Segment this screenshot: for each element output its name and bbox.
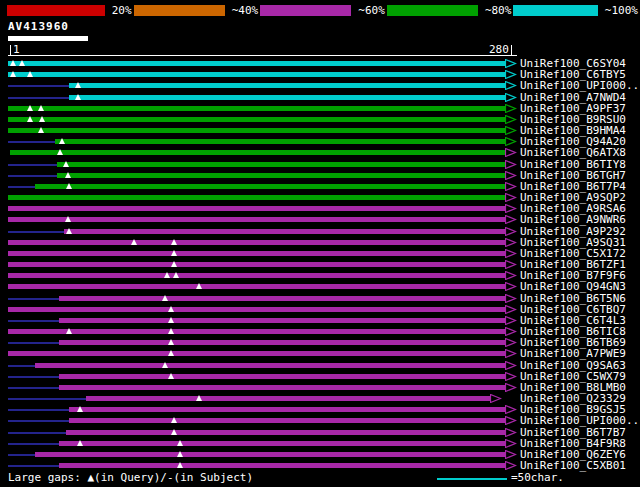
hit-arrow-icon xyxy=(505,137,517,146)
hit-label[interactable]: UniRef100_Q94GN3 xyxy=(520,282,626,292)
scale-line xyxy=(8,55,517,56)
gap-triangle-icon xyxy=(38,127,44,133)
gap-triangle-icon xyxy=(10,60,16,66)
hit-bar[interactable] xyxy=(55,139,505,144)
hit-bar[interactable] xyxy=(8,262,505,267)
legend-segment: ~60% xyxy=(260,5,387,16)
hit-context-line xyxy=(8,420,69,422)
legend-color-bar xyxy=(260,5,351,16)
legend-color-bar xyxy=(134,5,225,16)
hit-bar[interactable] xyxy=(69,95,504,100)
gap-triangle-icon xyxy=(168,328,174,334)
hit-bar[interactable] xyxy=(59,374,505,379)
hit-context-line xyxy=(8,454,35,456)
query-name: AV413960 xyxy=(8,20,69,33)
hit-bar[interactable] xyxy=(8,206,505,211)
legend-segment: ~40% xyxy=(134,5,261,16)
gap-triangle-icon xyxy=(10,71,16,77)
hit-label[interactable]: UniRef100_UPI000.. xyxy=(520,416,639,426)
hit-bar[interactable] xyxy=(8,128,505,133)
hit-label[interactable]: UniRef100_A7PWE9 xyxy=(520,349,626,359)
hit-bar[interactable] xyxy=(8,240,505,245)
hit-arrow-icon xyxy=(505,193,517,202)
hit-bar[interactable] xyxy=(10,150,505,155)
hit-bar[interactable] xyxy=(8,251,505,256)
hit-bar[interactable] xyxy=(35,184,505,189)
hit-bar[interactable] xyxy=(35,363,505,368)
hit-arrow-icon xyxy=(505,93,517,102)
hit-bar[interactable] xyxy=(35,452,505,457)
hit-bar[interactable] xyxy=(57,173,505,178)
hit-bar[interactable] xyxy=(8,61,505,66)
hit-bar[interactable] xyxy=(59,340,505,345)
hit-arrow-icon xyxy=(505,282,517,291)
hit-arrow-icon xyxy=(505,171,517,180)
hit-bar[interactable] xyxy=(8,329,505,334)
hit-arrow-icon xyxy=(505,70,517,79)
hit-arrow-icon xyxy=(505,249,517,258)
hit-bar[interactable] xyxy=(57,162,505,167)
hit-bar[interactable] xyxy=(59,463,505,468)
gap-triangle-icon xyxy=(38,105,44,111)
hit-bar[interactable] xyxy=(59,296,505,301)
legend-label: ~60% xyxy=(351,5,387,16)
hit-label[interactable]: UniRef100_A9NWR6 xyxy=(520,215,626,225)
hit-context-line xyxy=(8,320,59,322)
hit-bar[interactable] xyxy=(64,229,505,234)
hit-arrow-icon xyxy=(505,305,517,314)
hit-bar[interactable] xyxy=(8,195,505,200)
gap-triangle-icon xyxy=(171,250,177,256)
gap-triangle-icon xyxy=(66,328,72,334)
gap-triangle-icon xyxy=(65,172,71,178)
hit-arrow-icon xyxy=(505,450,517,459)
hit-arrow-icon xyxy=(505,148,517,157)
hit-bar[interactable] xyxy=(8,106,505,111)
hit-arrow-icon xyxy=(505,349,517,358)
hit-bar[interactable] xyxy=(86,396,491,401)
hit-context-line xyxy=(8,164,57,166)
hit-row: UniRef100_Q9SA63 xyxy=(0,360,640,371)
hit-bar[interactable] xyxy=(8,351,505,356)
hit-label[interactable]: UniRef100_C5XB01 xyxy=(520,461,626,471)
hit-bar[interactable] xyxy=(8,307,505,312)
gap-triangle-icon xyxy=(196,395,202,401)
hit-context-line xyxy=(8,175,57,177)
legend-label: ~100% xyxy=(598,5,640,16)
gap-triangle-icon xyxy=(77,406,83,412)
hit-label[interactable]: UniRef100_UPI000.. xyxy=(520,81,639,91)
gap-triangle-icon xyxy=(171,429,177,435)
hit-arrow-icon xyxy=(505,115,517,124)
hit-bar[interactable] xyxy=(59,385,505,390)
hit-row: UniRef100_A7NWD4 xyxy=(0,92,640,103)
hit-bar[interactable] xyxy=(69,407,504,412)
hit-row: UniRef100_A9P292 xyxy=(0,226,640,237)
hit-bar[interactable] xyxy=(66,430,505,435)
hit-arrow-icon xyxy=(505,383,517,392)
hit-bar[interactable] xyxy=(59,441,505,446)
hit-arrow-icon xyxy=(505,361,517,370)
hit-row: UniRef100_UPI000.. xyxy=(0,415,640,426)
hit-bar[interactable] xyxy=(8,217,505,222)
gap-triangle-icon xyxy=(168,317,174,323)
hit-label[interactable]: UniRef100_Q6ATX8 xyxy=(520,148,626,158)
hit-arrow-icon xyxy=(505,271,517,280)
gap-triangle-icon xyxy=(177,440,183,446)
hit-bar[interactable] xyxy=(8,72,505,77)
hit-bar[interactable] xyxy=(59,318,505,323)
hit-arrow-icon xyxy=(505,428,517,437)
hit-bar[interactable] xyxy=(8,284,505,289)
gap-triangle-icon xyxy=(59,138,65,144)
gap-triangle-icon xyxy=(39,116,45,122)
gap-triangle-icon xyxy=(177,462,183,468)
gap-triangle-icon xyxy=(168,339,174,345)
hit-bar[interactable] xyxy=(8,117,505,122)
hit-row: UniRef100_UPI000.. xyxy=(0,80,640,91)
hit-bar[interactable] xyxy=(8,273,505,278)
gap-triangle-icon xyxy=(27,105,33,111)
hit-label[interactable]: UniRef100_A7NWD4 xyxy=(520,93,626,103)
hit-context-line xyxy=(8,365,35,367)
hit-context-line xyxy=(8,409,69,411)
hit-bar[interactable] xyxy=(69,83,504,88)
hit-bar[interactable] xyxy=(69,418,504,423)
gap-triangle-icon xyxy=(196,283,202,289)
